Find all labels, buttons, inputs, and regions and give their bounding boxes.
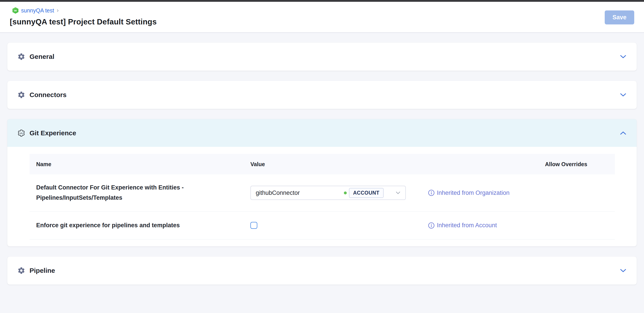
inherited-from-organization-link[interactable]: Inherited from Organization	[428, 189, 545, 196]
section-git-experience: </> Git Experience Name Value Allow Over…	[7, 119, 637, 246]
table-row: Default Connector For Git Experience wit…	[30, 174, 615, 211]
chevron-right-icon: ›	[57, 7, 58, 14]
setting-name: Enforce git experience for pipelines and…	[30, 220, 244, 231]
enforce-git-experience-checkbox[interactable]	[250, 222, 257, 229]
chevron-down-icon[interactable]	[396, 191, 400, 194]
info-circle-icon	[428, 222, 435, 229]
table-header-row: Name Value Allow Overrides	[30, 154, 615, 174]
page-title: [sunnyQA test] Project Default Settings	[10, 17, 634, 26]
gear-icon	[17, 53, 25, 61]
info-circle-icon	[428, 189, 435, 196]
breadcrumb-project-link[interactable]: sunnyQA test	[21, 7, 54, 14]
section-general-title: General	[30, 53, 54, 60]
git-settings-table: Name Value Allow Overrides Default Conne…	[30, 154, 615, 239]
scope-badge: ACCOUNT	[349, 188, 384, 198]
col-header-name: Name	[30, 161, 244, 167]
page-header: ∞ sunnyQA test › [sunnyQA test] Project …	[0, 2, 644, 33]
chevron-down-icon[interactable]	[620, 55, 626, 59]
breadcrumb: ∞ sunnyQA test ›	[12, 7, 634, 14]
col-header-value: Value	[244, 161, 421, 167]
section-git-experience-title: Git Experience	[30, 129, 76, 137]
section-pipeline-title: Pipeline	[30, 267, 55, 274]
col-header-allow-overrides: Allow Overrides	[545, 161, 615, 167]
top-window-bar	[0, 0, 644, 2]
settings-list: General Connectors </> Git Experie	[0, 33, 644, 284]
gear-icon	[17, 266, 25, 274]
chevron-down-icon[interactable]	[620, 93, 626, 97]
section-pipeline: Pipeline	[7, 256, 637, 284]
project-icon: ∞	[12, 7, 18, 14]
section-git-experience-header[interactable]: </> Git Experience	[7, 119, 637, 147]
connector-status-dot	[344, 191, 347, 194]
gear-code-icon: </>	[17, 129, 25, 137]
chevron-down-icon[interactable]	[620, 268, 626, 273]
section-pipeline-header[interactable]: Pipeline	[7, 256, 637, 284]
chevron-up-icon[interactable]	[620, 131, 626, 135]
inherited-from-account-link[interactable]: Inherited from Account	[428, 222, 545, 229]
table-row: Enforce git experience for pipelines and…	[30, 211, 615, 239]
section-connectors-header[interactable]: Connectors	[7, 81, 637, 109]
connector-select[interactable]: ACCOUNT	[250, 186, 406, 200]
save-button[interactable]: Save	[605, 11, 634, 25]
connector-value-input[interactable]	[256, 189, 344, 196]
section-general: General	[7, 43, 637, 71]
section-connectors-title: Connectors	[30, 91, 66, 99]
svg-text:</>: </>	[20, 132, 23, 134]
setting-name: Default Connector For Git Experience wit…	[30, 183, 244, 203]
section-general-header[interactable]: General	[7, 43, 637, 71]
section-connectors: Connectors	[7, 81, 637, 109]
gear-icon	[17, 91, 25, 99]
